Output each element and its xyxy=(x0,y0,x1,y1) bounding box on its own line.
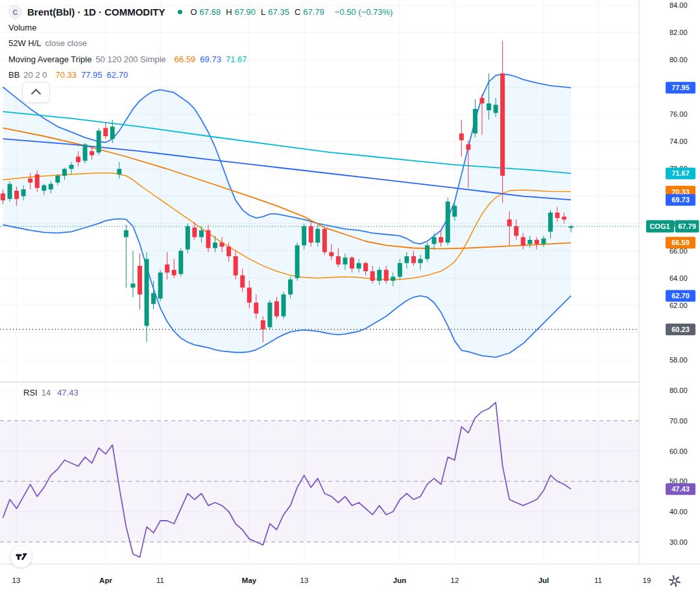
candle-Mar-14 xyxy=(21,189,26,196)
candle-Jun-4 xyxy=(411,256,416,263)
candle-Mar-18 xyxy=(35,174,40,188)
candle-Mar-24 xyxy=(62,169,67,176)
tradingview-logo[interactable] xyxy=(10,546,32,567)
price-change: −0.50 (−0.73%) xyxy=(335,7,393,17)
collapse-legend-button[interactable] xyxy=(22,82,50,103)
candle-Mar-19 xyxy=(42,185,46,191)
candle-Mar-27 xyxy=(83,145,88,161)
chevron-up-icon xyxy=(31,89,42,99)
candle-May-28 xyxy=(377,270,381,281)
svg-text:74.00: 74.00 xyxy=(670,137,688,145)
candle-May-8 xyxy=(282,294,286,316)
chart-canvas[interactable]: 84.0082.0080.0078.0076.0074.0072.0070.00… xyxy=(0,0,700,594)
indicator-legend-ma-triple[interactable]: Moving Average Triple 50 120 200 Simple … xyxy=(8,54,247,64)
candle-Jun-19 xyxy=(487,103,491,110)
svg-text:19: 19 xyxy=(643,576,651,584)
candle-May-9 xyxy=(288,279,293,294)
candle-Jun-20 xyxy=(494,105,498,113)
svg-text:11: 11 xyxy=(156,576,164,584)
candle-Jun-3 xyxy=(404,256,409,263)
52w-hl-params: close close xyxy=(45,38,87,48)
candle-May-22 xyxy=(350,257,354,268)
candle-Apr-1 xyxy=(103,128,108,136)
candle-Jun-11 xyxy=(446,202,450,243)
svg-text:80.00: 80.00 xyxy=(670,386,688,394)
candle-May-14 xyxy=(309,226,313,243)
candle-Apr-9 xyxy=(145,259,149,326)
candle-Mar-28 xyxy=(90,151,94,155)
candle-May-21 xyxy=(343,257,348,265)
svg-text:11: 11 xyxy=(594,576,602,584)
svg-text:60.00: 60.00 xyxy=(670,447,688,455)
candle-Jun-6 xyxy=(425,245,429,259)
candle-Jul-1 xyxy=(541,239,546,244)
svg-text:Apr: Apr xyxy=(99,576,112,584)
candle-May-23 xyxy=(357,263,361,268)
candle-Jun-5 xyxy=(418,259,423,263)
candle-Apr-28 xyxy=(226,246,231,256)
bb-label[interactable]: BB xyxy=(8,70,19,80)
candle-Jul-7 xyxy=(569,226,573,228)
candle-Jun-17 xyxy=(473,109,477,134)
candle-Apr-3 xyxy=(117,169,121,174)
candle-Jun-9 xyxy=(432,237,437,244)
indicator-legend-volume[interactable]: Volume xyxy=(8,23,36,32)
candle-Jun-18 xyxy=(480,98,485,103)
svg-text:69.73: 69.73 xyxy=(671,196,690,204)
svg-text:62.70: 62.70 xyxy=(671,292,690,300)
indicator-legend-52w-hl[interactable]: 52W H/L close close xyxy=(8,38,87,48)
candle-Apr-14 xyxy=(165,265,169,273)
indicator-legend-rsi[interactable]: RSI 14 47.43 xyxy=(23,388,78,398)
symbol-title[interactable]: Brent(Bbl) · 1D · COMMODITY xyxy=(27,6,165,18)
volume-indicator-label[interactable]: Volume xyxy=(8,23,36,32)
52w-hl-label[interactable]: 52W H/L xyxy=(8,38,42,48)
svg-text:66.59: 66.59 xyxy=(671,239,690,246)
candle-Apr-22 xyxy=(199,230,204,237)
svg-text:71.67: 71.67 xyxy=(671,169,690,177)
candle-May-19 xyxy=(329,252,333,256)
rsi-params: 14 xyxy=(42,388,51,398)
rsi-label[interactable]: RSI xyxy=(23,388,38,398)
indicator-value: 70.33 xyxy=(56,70,77,80)
svg-text:May: May xyxy=(242,576,257,584)
candle-Jul-2 xyxy=(548,213,553,232)
indicator-legend-bb[interactable]: BB 20 2 0 70.3377.9562.70 xyxy=(8,70,128,80)
indicator-value: 62.70 xyxy=(107,70,128,80)
candle-Apr-29 xyxy=(234,256,238,275)
candle-Mar-13 xyxy=(14,191,19,199)
candle-Mar-21 xyxy=(55,176,60,183)
candle-May-1 xyxy=(247,288,252,303)
candle-May-20 xyxy=(336,256,341,265)
candle-Jun-26 xyxy=(521,237,525,246)
candle-Jun-12 xyxy=(452,206,457,217)
tradingview-logo-icon xyxy=(15,551,27,563)
svg-text:82.00: 82.00 xyxy=(670,29,688,36)
candle-Apr-11 xyxy=(158,272,163,298)
candle-Apr-21 xyxy=(192,228,197,237)
candle-Mar-26 xyxy=(76,157,80,162)
ma-triple-label[interactable]: Moving Average Triple xyxy=(8,54,91,64)
svg-text:80.00: 80.00 xyxy=(670,56,688,64)
candle-Apr-2 xyxy=(110,126,115,139)
svg-text:76.00: 76.00 xyxy=(670,110,688,118)
candle-Apr-24 xyxy=(213,243,217,248)
candle-Apr-25 xyxy=(220,243,224,246)
candle-Apr-16 xyxy=(178,251,183,274)
candle-May-15 xyxy=(315,229,320,243)
bb-values: 70.3377.9562.70 xyxy=(51,70,128,80)
candle-May-7 xyxy=(274,302,279,316)
candle-Apr-15 xyxy=(172,270,176,275)
candle-Jun-16 xyxy=(466,145,470,150)
svg-text:47.43: 47.43 xyxy=(671,485,690,493)
ohlc-l: L67.35 xyxy=(261,7,292,17)
svg-text:60.23: 60.23 xyxy=(671,326,690,333)
candle-Apr-7 xyxy=(130,283,135,287)
ma-triple-values: 66.5969.7371.67 xyxy=(170,54,247,64)
candle-May-5 xyxy=(261,320,265,329)
candle-Apr-4 xyxy=(124,230,128,237)
symbol-legend-row[interactable]: C Brent(Bbl) · 1D · COMMODITY O67.68H67.… xyxy=(8,5,392,19)
candle-May-30 xyxy=(391,277,395,281)
ohlc-o: O67.68 xyxy=(190,7,223,17)
candle-Jun-25 xyxy=(514,226,518,236)
indicator-value: 69.73 xyxy=(200,54,221,64)
